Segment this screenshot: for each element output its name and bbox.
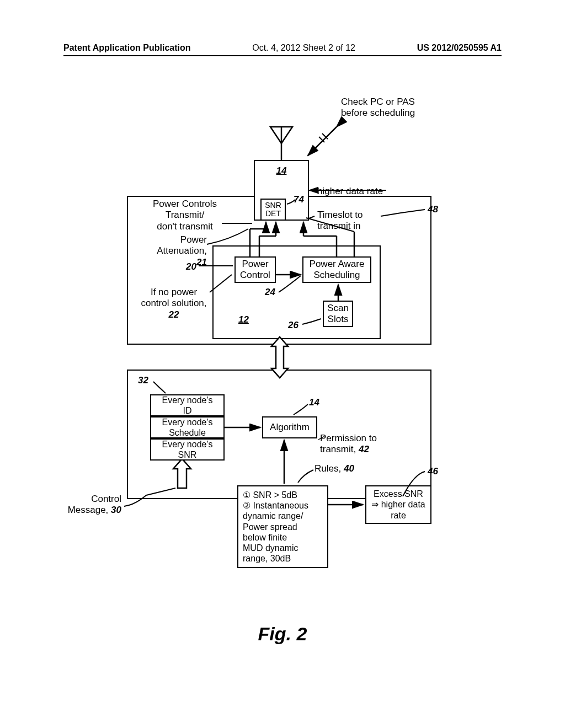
- power-atten-label: PowerAttenuation, 21: [154, 234, 207, 268]
- power-aware-scheduling-box: Power AwareScheduling: [302, 256, 371, 283]
- if-no-power-text: If no powercontrol solution,: [141, 287, 206, 308]
- ref-74: 74: [294, 194, 304, 205]
- power-control-box: PowerControl: [234, 256, 276, 283]
- if-no-power-label: If no powercontrol solution, 22: [138, 287, 210, 320]
- svg-line-2: [319, 137, 324, 142]
- control-message-label: ControlMessage, 30: [61, 494, 121, 516]
- ref-12-label: 12: [238, 314, 249, 325]
- permission-label: Permission totransmit, 42: [320, 433, 377, 456]
- figure-caption: Fig. 2: [0, 623, 565, 645]
- check-pc-label: Check PC or PASbefore scheduling: [328, 97, 428, 119]
- header-publication: Patent Application Publication: [63, 43, 191, 53]
- power-atten-text: PowerAttenuation,: [157, 234, 207, 256]
- ref-21: 21: [196, 257, 207, 267]
- rules-label: Rules, 40: [315, 463, 354, 474]
- ref-22: 22: [169, 309, 179, 320]
- algorithm-box: Algorithm: [262, 416, 317, 438]
- timeslot-label: Timeslot totransmit in: [317, 210, 363, 232]
- header-date-sheet: Oct. 4, 2012 Sheet 2 of 12: [252, 43, 355, 53]
- figure-diagram: 14 SNRDET 12 PowerControl Power AwareSch…: [94, 99, 480, 623]
- power-controls-label: Power ControlsTransmit/don't transmit: [146, 199, 223, 232]
- ref-40: 40: [344, 463, 354, 474]
- rules-body-box: ① SNR > 5dB② Instantaneousdynamic range/…: [237, 485, 328, 568]
- snr-det-box: SNRDET: [260, 199, 286, 221]
- ref-14b: 14: [309, 397, 319, 408]
- scan-slots-box: ScanSlots: [323, 301, 353, 327]
- ref-20: 20: [186, 261, 196, 272]
- every-node-schedule-box: Every node'sSchedule: [150, 416, 225, 438]
- ref-32: 32: [138, 375, 148, 386]
- svg-line-1: [308, 127, 337, 156]
- header-pub-number: US 2012/0250595 A1: [417, 43, 502, 53]
- higher-data-rate-label: higher data rate: [317, 186, 383, 197]
- ref-30: 30: [111, 505, 121, 515]
- ref-14-label: 14: [276, 165, 287, 176]
- ref-24: 24: [265, 287, 275, 298]
- rules-text: Rules,: [315, 463, 341, 474]
- ref-26: 26: [288, 320, 299, 331]
- svg-line-3: [322, 133, 328, 139]
- ref-42: 42: [359, 444, 369, 454]
- every-node-id-box: Every node'sID: [150, 394, 225, 416]
- ref-46: 46: [428, 466, 438, 477]
- header-rule: [63, 55, 502, 56]
- every-node-snr-box: Every node'sSNR: [150, 438, 225, 461]
- excess-snr-box: Excess SNR⇒ higher datarate: [365, 485, 431, 524]
- ref-48: 48: [428, 204, 438, 215]
